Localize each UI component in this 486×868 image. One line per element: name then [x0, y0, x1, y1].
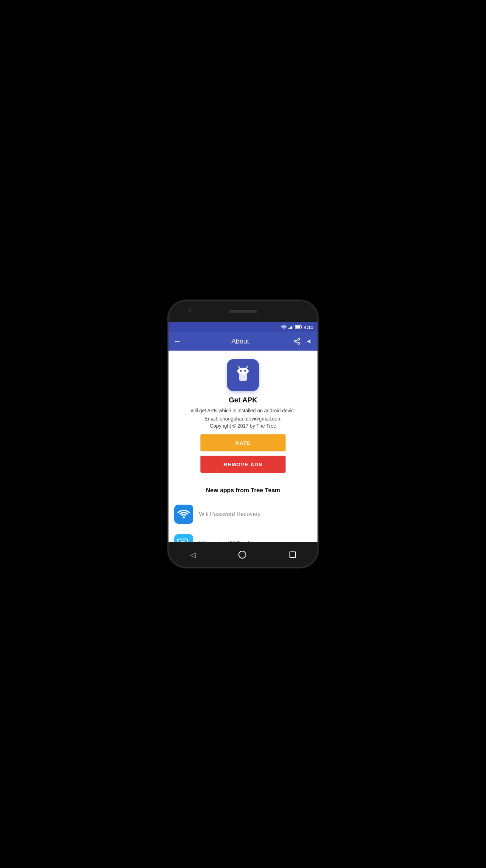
back-nav-button[interactable]: ◁	[190, 550, 195, 559]
miracast-app-icon	[174, 534, 193, 542]
phone-screen: ⚡ 4:11 ← About	[169, 322, 317, 542]
remove-ads-button[interactable]: REMOVE ADS	[200, 456, 286, 473]
recent-nav-button[interactable]	[289, 551, 296, 558]
toolbar: ← About	[169, 332, 317, 351]
phone-frame: ⚡ 4:11 ← About	[169, 301, 317, 567]
svg-point-0	[283, 329, 284, 329]
toolbar-title: About	[187, 337, 293, 345]
svg-point-21	[183, 516, 185, 518]
svg-line-13	[296, 340, 298, 341]
app-description: will get APK which is installed on andro…	[191, 407, 295, 414]
android-icon-svg	[233, 365, 253, 385]
navigation-bar: ◁	[169, 542, 317, 567]
back-button[interactable]: ←	[173, 335, 184, 347]
svg-point-18	[240, 370, 242, 372]
svg-point-9	[298, 339, 300, 340]
rate-button[interactable]: RATE	[200, 434, 286, 451]
app-name: Get APK	[229, 396, 257, 404]
front-camera	[188, 309, 192, 312]
svg-rect-4	[293, 325, 293, 329]
wifi-status-icon	[281, 325, 287, 329]
home-nav-button[interactable]	[238, 551, 246, 559]
svg-marker-14	[307, 339, 311, 344]
phone-top	[169, 301, 317, 322]
content-area: Get APK will get APK which is installed …	[169, 351, 317, 542]
svg-point-19	[244, 370, 246, 372]
share-icon[interactable]	[293, 338, 300, 345]
battery-icon: ⚡	[295, 325, 302, 329]
new-apps-section-title: New apps from Tree Team	[169, 484, 317, 500]
app-copyright: Copyright © 2017 by The Tree	[210, 423, 276, 429]
wifi-app-name: Wifi Password Recovery	[199, 511, 260, 517]
svg-line-12	[296, 342, 298, 343]
app-email: Email: phongphan.dev@gmail.com	[204, 416, 281, 422]
svg-rect-2	[290, 327, 291, 329]
svg-line-16	[246, 366, 248, 368]
send-icon[interactable]	[305, 338, 313, 345]
app-icon	[227, 359, 259, 391]
status-bar: ⚡ 4:11	[169, 322, 317, 332]
status-icons: ⚡ 4:11	[281, 325, 313, 330]
svg-rect-6	[301, 326, 302, 328]
svg-point-11	[298, 342, 300, 344]
list-item-miracast[interactable]: Miracast - Wifi Display	[169, 529, 317, 542]
toolbar-actions	[293, 338, 313, 345]
earpiece-speaker	[229, 310, 257, 313]
signal-icon	[288, 325, 293, 329]
svg-rect-3	[291, 326, 292, 329]
status-time: 4:11	[304, 325, 313, 330]
miracast-app-svg	[177, 538, 190, 542]
app-list: Wifi Password Recovery	[169, 500, 317, 542]
svg-rect-1	[288, 328, 289, 329]
wifi-app-icon	[174, 505, 193, 524]
wifi-app-svg	[177, 509, 190, 520]
list-item-wifi[interactable]: Wifi Password Recovery	[169, 500, 317, 529]
svg-point-10	[294, 341, 296, 342]
svg-line-15	[238, 366, 240, 368]
app-info-section: Get APK will get APK which is installed …	[169, 351, 317, 484]
svg-text:⚡: ⚡	[296, 326, 299, 329]
svg-rect-20	[239, 374, 247, 381]
